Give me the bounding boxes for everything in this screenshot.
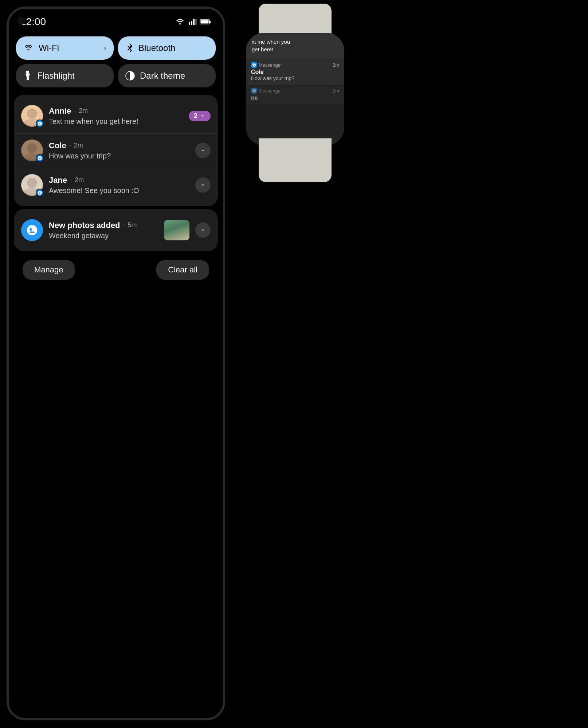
photos-title: New photos added <box>49 221 120 230</box>
watch-messenger-label-partial: Messenger <box>251 88 282 94</box>
flashlight-tile-icon <box>23 71 32 81</box>
jane-avatar-wrap <box>21 174 43 196</box>
cole-time: 2m <box>74 142 83 149</box>
photos-notif-header: New photos added · 5m <box>49 221 164 230</box>
annie-dot: · <box>74 107 76 115</box>
bluetooth-tile-label: Bluetooth <box>138 43 175 53</box>
annie-action: 2 <box>189 111 211 121</box>
cole-avatar-wrap <box>21 139 43 161</box>
wifi-arrow-icon: › <box>104 43 106 53</box>
phone-screen: 12:00 <box>9 9 223 718</box>
watch-notif-cole[interactable]: Messenger 2m Cole How was your trip? <box>246 58 344 85</box>
annie-count-badge[interactable]: 2 <box>189 111 211 121</box>
watch-notif-partial: Messenger 2m ne <box>246 85 344 104</box>
wifi-tile-icon <box>23 44 34 52</box>
svg-rect-9 <box>27 76 29 80</box>
watch-cole-time: 2m <box>333 62 339 68</box>
watch-screen: xt me when youget here! Messenger 2m <box>246 33 344 146</box>
messenger-icon-cole <box>38 156 42 161</box>
bluetooth-tile[interactable]: Bluetooth <box>118 36 216 60</box>
photo-thumb-inner <box>164 220 189 240</box>
watch-partial-time: 2m <box>333 88 339 94</box>
jane-time: 2m <box>75 176 84 184</box>
annie-count: 2 <box>194 112 197 120</box>
watch-messenger-icon-cole <box>251 62 257 68</box>
photos-app-icon <box>21 219 43 241</box>
watch-partial-header: Messenger 2m <box>251 88 339 94</box>
photos-notification[interactable]: New photos added · 5m Weekend getaway <box>14 213 218 247</box>
annie-time: 2m <box>79 107 88 115</box>
camera-notch <box>17 17 26 25</box>
watch-app-name-partial: Messenger <box>259 88 282 94</box>
photos-notification-area: New photos added · 5m Weekend getaway <box>14 209 218 251</box>
watch-cole-message: How was your trip? <box>251 75 339 81</box>
svg-rect-5 <box>201 20 209 24</box>
annie-message: Text me when you get here! <box>49 117 138 125</box>
jane-action <box>195 177 211 193</box>
photos-chevron-btn[interactable] <box>195 223 211 238</box>
signal-icon <box>188 18 197 26</box>
photos-notif-content: New photos added · 5m Weekend getaway <box>49 221 164 240</box>
jane-notif-header: Jane · 2m <box>49 176 195 185</box>
jane-chevron-icon <box>200 182 206 188</box>
watch-body: xt me when youget here! Messenger 2m <box>246 33 344 146</box>
darktheme-tile-icon <box>125 71 135 80</box>
watch-app-name-cole: Messenger <box>259 62 282 68</box>
cole-dot: · <box>69 142 71 149</box>
annie-avatar-wrap <box>21 105 43 127</box>
watch-messenger-svg-cole <box>252 63 256 67</box>
svg-marker-8 <box>26 74 30 76</box>
jane-dot: · <box>70 176 72 184</box>
svg-rect-2 <box>193 19 195 25</box>
svg-rect-3 <box>195 19 197 25</box>
cole-chevron-btn[interactable] <box>195 143 211 158</box>
battery-icon <box>200 19 211 25</box>
watch-cole-header: Messenger 2m <box>251 62 339 68</box>
watch-partial-name: ne <box>251 95 339 101</box>
clear-all-button[interactable]: Clear all <box>156 260 209 280</box>
messenger-icon-jane <box>38 190 42 195</box>
cole-name: Cole <box>49 141 66 150</box>
watch-messenger-icon-partial <box>251 88 257 94</box>
jane-chevron-btn[interactable] <box>195 177 211 193</box>
phone: 12:00 <box>7 7 225 720</box>
watch-messenger-label-cole: Messenger <box>251 62 282 68</box>
notification-annie[interactable]: Annie · 2m Text me when you get here! 2 <box>14 99 218 133</box>
messenger-icon-annie <box>38 121 42 126</box>
jane-messenger-badge <box>36 189 44 197</box>
watch-top-message-text: xt me when youget here! <box>252 38 338 53</box>
jane-notif-content: Jane · 2m Awesome! See you soon :O <box>49 176 195 195</box>
cole-messenger-badge <box>36 154 44 162</box>
wifi-tile[interactable]: Wi-Fi › <box>16 36 114 60</box>
watch-messenger-svg-partial <box>252 89 256 93</box>
notification-buttons: Manage Clear all <box>14 254 218 283</box>
photos-time: 5m <box>128 221 137 229</box>
cole-chevron-icon <box>200 147 206 154</box>
photos-dot: · <box>123 221 125 229</box>
smartwatch: xt me when youget here! Messenger 2m <box>233 4 357 208</box>
wifi-tile-label: Wi-Fi <box>39 43 59 53</box>
annie-name: Annie <box>49 106 71 116</box>
watch-top-message: xt me when youget here! <box>246 33 344 58</box>
wifi-status-icon <box>175 18 185 26</box>
photo-thumbnail <box>164 220 189 240</box>
cole-message: How was your trip? <box>49 152 111 160</box>
manage-button[interactable]: Manage <box>23 260 75 280</box>
watch-cole-name: Cole <box>251 69 339 75</box>
notification-jane[interactable]: Jane · 2m Awesome! See you soon :O <box>14 168 218 202</box>
annie-messenger-badge <box>36 119 44 127</box>
svg-rect-7 <box>26 71 29 74</box>
flashlight-tile-label: Flashlight <box>37 71 75 81</box>
svg-rect-0 <box>189 22 190 25</box>
darktheme-tile[interactable]: Dark theme <box>118 64 216 87</box>
watch-band-bottom <box>259 138 332 182</box>
jane-message: Awesome! See you soon :O <box>49 186 139 194</box>
annie-notif-content: Annie · 2m Text me when you get here! <box>49 106 189 126</box>
status-icons <box>175 18 211 26</box>
cole-notif-header: Cole · 2m <box>49 141 195 150</box>
cole-action <box>195 143 211 158</box>
notification-cole[interactable]: Cole · 2m How was your trip? <box>14 133 218 167</box>
flashlight-tile[interactable]: Flashlight <box>16 64 114 87</box>
jane-name: Jane <box>49 176 67 185</box>
photos-chevron-icon <box>200 227 206 233</box>
